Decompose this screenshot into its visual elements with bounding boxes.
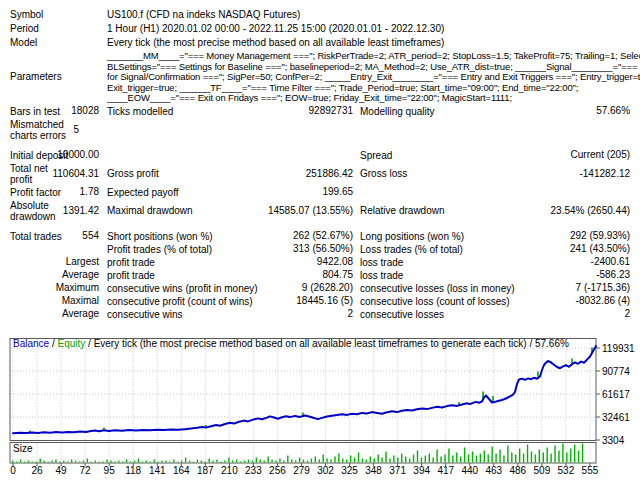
size-bar [315, 457, 316, 463]
stat-label: Gross profit [107, 162, 298, 186]
legend-equity-label: Equity [57, 338, 85, 349]
stat-value [298, 149, 353, 162]
size-bar [346, 460, 347, 463]
info-value: US100.f (CFD na indeks NASDAQ Futures) [107, 8, 630, 22]
stat-value-text: 9 (2628.20) [302, 282, 353, 294]
size-bar [389, 459, 390, 463]
size-bar [307, 461, 308, 463]
stat-value-text: -141282.12 [579, 168, 630, 180]
size-bar [67, 462, 68, 463]
stat-label: consecutive losses [353, 308, 558, 321]
size-bar [409, 459, 410, 463]
parameters-line: for Signal/Confirmation ==="; SigPer=50;… [107, 72, 630, 83]
size-bar [527, 445, 528, 463]
stat-row: Total trades554Short positions (won %)26… [10, 230, 630, 243]
size-bar [319, 460, 320, 463]
stat-label: Modelling quality [353, 105, 558, 118]
x-axis-tick-label: 555 [582, 465, 599, 476]
size-bar [543, 453, 544, 463]
size-bar [118, 461, 119, 463]
size-bar [43, 461, 44, 463]
stat-row: Maximalconsecutive profit (count of wins… [10, 295, 630, 308]
size-bar [83, 461, 84, 463]
stat-label [10, 243, 72, 256]
stat-label: Short positions (won %) [107, 230, 298, 243]
size-bar [181, 461, 182, 463]
size-bar [24, 462, 25, 463]
size-bar [401, 454, 402, 463]
info-row-parameters: Parameters_______MM____="=== Money Manag… [10, 50, 630, 105]
stat-value-text: 1.78 [80, 186, 99, 198]
stat-row: Largestprofit trade9422.08loss trade-240… [10, 256, 630, 269]
size-bar [377, 455, 378, 463]
size-bar [240, 462, 241, 463]
size-bar [236, 460, 237, 463]
size-bar [452, 456, 453, 463]
size-bar [248, 460, 249, 463]
size-bar [252, 461, 253, 463]
stat-value [298, 118, 353, 142]
size-bar [291, 460, 292, 463]
report-header-section: SymbolUS100.f (CFD na indeks NASDAQ Futu… [10, 8, 630, 105]
stat-label: consecutive wins (profit in money) [107, 282, 298, 295]
stat-value-text: 92892731 [309, 105, 354, 117]
x-axis-tick-label: 371 [389, 465, 406, 476]
stat-value [558, 118, 630, 142]
size-bar [63, 461, 64, 463]
size-bar [421, 458, 422, 463]
stat-value: 110604.31 [72, 162, 107, 186]
size-bar [212, 461, 213, 463]
size-bar [326, 459, 327, 463]
y-axis-tick-label: 32461 [602, 412, 630, 423]
size-bar [256, 458, 257, 463]
size-bar [484, 451, 485, 463]
x-axis-tick-label: 417 [437, 465, 454, 476]
stat-value: 292 (59.93%) [558, 230, 630, 243]
size-bar [456, 453, 457, 463]
stat-value-text: 292 (59.93%) [570, 230, 630, 242]
size-bar [334, 457, 335, 463]
stat-label: loss trade [353, 256, 558, 269]
size-subchart-label: Size [13, 443, 33, 454]
size-bar [169, 462, 170, 463]
spacer-row [10, 223, 630, 230]
stat-label [107, 118, 298, 142]
size-bar [153, 460, 154, 463]
stat-value-text: -2400.61 [591, 256, 630, 268]
info-row-symbol: SymbolUS100.f (CFD na indeks NASDAQ Futu… [10, 8, 630, 22]
size-bar [550, 454, 551, 463]
size-bar [244, 461, 245, 463]
y-axis-tick-label: 61617 [602, 389, 630, 400]
size-bar [138, 459, 139, 463]
x-axis-tick-label: 394 [413, 465, 430, 476]
stat-label: consecutive profit (count of wins) [107, 295, 298, 308]
info-row-period: Period1 Hour (H1) 2020.01.02 00:00 - 202… [10, 22, 630, 36]
x-axis-tick-label: 26 [31, 465, 43, 476]
stat-label [353, 118, 558, 142]
stat-row: Total net profit110604.31Gross profit251… [10, 162, 630, 186]
stat-value: 23.54% (2650.44) [558, 199, 630, 223]
stat-row: Profit factor1.78Expected payoff199.65 [10, 186, 630, 199]
stat-label: profit trade [107, 269, 298, 282]
size-bar [322, 455, 323, 463]
stat-value-text: Maximal [62, 295, 99, 307]
x-axis-tick-label: 532 [558, 465, 575, 476]
stat-value: 199.65 [298, 186, 353, 199]
stat-value: 92892731 [298, 105, 353, 118]
size-bar [535, 455, 536, 463]
info-row-model: ModelEvery tick (the most precise method… [10, 36, 630, 50]
size-bar [201, 461, 202, 463]
stat-value-text: Largest [66, 256, 99, 268]
size-bar [20, 460, 21, 463]
size-bar [134, 461, 135, 463]
stat-value: 554 [72, 230, 107, 243]
stat-value: 251886.42 [298, 162, 353, 186]
size-bar [554, 446, 555, 463]
x-axis-tick-label: 72 [80, 465, 92, 476]
stat-value: Average [72, 269, 107, 282]
stat-value-text: 1391.42 [63, 205, 99, 217]
stat-label: Loss trades (% of total) [353, 243, 558, 256]
stat-value-text: Average [62, 308, 99, 320]
size-bar [448, 449, 449, 463]
x-axis-tick-label: 95 [104, 465, 116, 476]
